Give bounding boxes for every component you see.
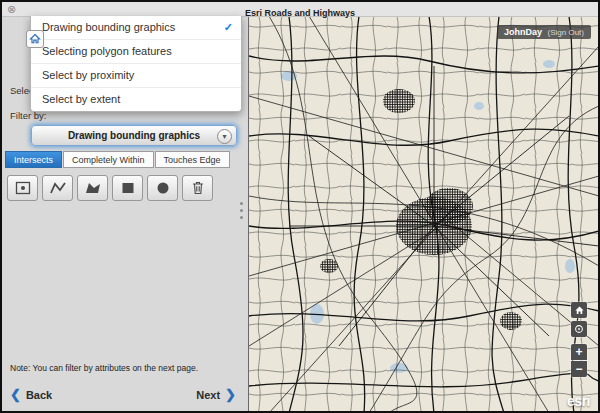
check-icon: ✓: [224, 16, 233, 39]
back-button[interactable]: ❮ Back: [10, 387, 52, 402]
selection-method-menu: Drawing bounding graphics ✓ Selecting po…: [30, 16, 242, 112]
menu-item-label: Select by proximity: [42, 69, 134, 81]
note-text: Note: You can filter by attributes on th…: [10, 363, 242, 373]
chevron-left-icon: ❮: [10, 387, 21, 402]
handle-dot: [240, 202, 243, 205]
home-icon: [574, 305, 585, 316]
back-label: Back: [26, 389, 52, 401]
menu-item-select-by-proximity[interactable]: Select by proximity: [31, 64, 241, 88]
esri-logo: esri: [567, 393, 590, 409]
trash-icon: [190, 180, 206, 196]
menu-item-label: Select by extent: [42, 93, 120, 105]
widget-home-button[interactable]: [26, 30, 44, 48]
title-bar: ⊗ Esri Roads and Highways: [2, 2, 598, 17]
map-home-button[interactable]: [571, 302, 587, 318]
sign-out-link[interactable]: (Sign Out): [548, 28, 584, 37]
map-locate-button[interactable]: [571, 321, 587, 337]
next-button[interactable]: Next ❯: [196, 387, 236, 402]
rectangle-tool-button[interactable]: [112, 175, 143, 201]
polygon-tool-button[interactable]: [77, 175, 108, 201]
draw-toolbar: [7, 175, 213, 201]
chevron-right-icon: ❯: [225, 387, 236, 402]
circle-icon: [154, 180, 172, 196]
app-window: ⊗ Esri Roads and Highways Select feature…: [0, 0, 600, 413]
handle-dot: [240, 216, 243, 219]
user-name: JohnDay: [504, 27, 542, 37]
map-roads: [249, 16, 598, 411]
polyline-icon: [49, 180, 67, 196]
menu-item-selecting-polygon-features[interactable]: Selecting polygon features: [31, 40, 241, 64]
next-label: Next: [196, 389, 220, 401]
window-title: Esri Roads and Highways: [245, 8, 355, 18]
menu-item-drawing-bounding-graphics[interactable]: Drawing bounding graphics ✓: [31, 16, 241, 40]
tab-intersects[interactable]: Intersects: [5, 151, 62, 168]
zoom-in-button[interactable]: +: [571, 344, 587, 360]
circle-tool-button[interactable]: [147, 175, 178, 201]
selected-method-value: Drawing bounding graphics: [68, 130, 200, 141]
tab-completely-within[interactable]: Completely Within: [63, 151, 154, 168]
menu-item-label: Drawing bounding graphics: [42, 21, 175, 33]
polygon-icon: [84, 180, 102, 196]
selection-method-select[interactable]: Drawing bounding graphics ▾: [31, 125, 237, 146]
select-point-icon: [14, 180, 32, 196]
chevron-down-icon: ▾: [217, 129, 232, 144]
menu-item-select-by-extent[interactable]: Select by extent: [31, 88, 241, 111]
polyline-tool-button[interactable]: [42, 175, 73, 201]
map-area[interactable]: JohnDay (Sign Out) + − esri: [248, 16, 598, 411]
zoom-out-button[interactable]: −: [571, 361, 587, 377]
rectangle-icon: [119, 180, 137, 196]
tab-touches-edge[interactable]: Touches Edge: [155, 151, 230, 168]
close-icon[interactable]: ⊗: [7, 2, 16, 16]
handle-dot: [240, 209, 243, 212]
spatial-relation-tabs: Intersects Completely Within Touches Edg…: [5, 151, 231, 168]
select-point-tool-button[interactable]: [7, 175, 38, 201]
user-badge: JohnDay (Sign Out): [497, 25, 591, 39]
menu-item-label: Selecting polygon features: [42, 45, 172, 57]
trash-tool-button[interactable]: [182, 175, 213, 201]
panel-resize-handle[interactable]: [238, 200, 245, 221]
target-icon: [573, 323, 585, 335]
home-icon: [29, 33, 41, 45]
